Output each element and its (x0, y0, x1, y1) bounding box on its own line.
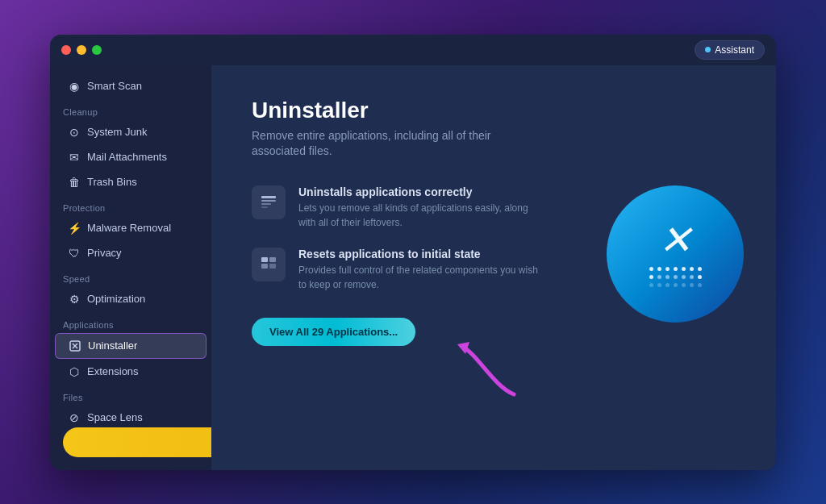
sidebar-item-label: Uninstaller (88, 339, 137, 352)
title-bar: Assistant (50, 35, 776, 65)
view-all-applications-button[interactable]: View All 29 Applications... (252, 318, 415, 346)
x-icon: ✕ (658, 220, 692, 260)
sidebar-item-extensions[interactable]: ⬡ Extensions (55, 360, 206, 384)
unlock-button-container: Unlock Full Version (63, 427, 211, 457)
malware-icon: ⚡ (68, 222, 81, 235)
svg-rect-8 (269, 257, 276, 262)
category-protection: Protection (50, 195, 211, 215)
unlock-full-version-button[interactable]: Unlock Full Version (63, 427, 211, 457)
app-icon-area: ✕ (607, 185, 744, 323)
category-cleanup: Cleanup (50, 99, 211, 119)
dots-grid (649, 267, 702, 287)
sidebar-item-mail-attachments[interactable]: ✉ Mail Attachments (55, 145, 206, 169)
app-circle: ✕ (607, 185, 744, 323)
sidebar-item-space-lens[interactable]: ⊘ Space Lens (55, 406, 206, 430)
sidebar-item-system-junk[interactable]: ⊙ System Junk (55, 120, 206, 144)
dot (649, 275, 653, 279)
sidebar-item-malware-removal[interactable]: ⚡ Malware Removal (55, 216, 206, 240)
sidebar-item-trash-bins[interactable]: 🗑 Trash Bins (55, 170, 206, 194)
dot (690, 275, 694, 279)
svg-rect-9 (261, 264, 268, 269)
sidebar-item-label: Optimization (87, 293, 145, 305)
sidebar-item-label: Extensions (87, 365, 139, 377)
dot (657, 283, 661, 287)
feature-desc: Provides full control of the related com… (298, 263, 540, 292)
mail-icon: ✉ (68, 151, 81, 164)
dot (698, 267, 702, 271)
sidebar-item-uninstaller[interactable]: Uninstaller (55, 333, 206, 359)
feature-text-resets: Resets applications to initial state Pro… (298, 248, 540, 292)
sidebar-item-label: System Junk (87, 126, 147, 138)
dot (690, 267, 694, 271)
sidebar: ◉ Smart Scan Cleanup ⊙ System Junk ✉ Mai… (50, 65, 211, 470)
extensions-icon: ⬡ (68, 365, 81, 378)
sidebar-item-privacy[interactable]: 🛡 Privacy (55, 241, 206, 265)
svg-marker-11 (457, 342, 469, 354)
trash-icon: 🗑 (68, 176, 81, 189)
dot (674, 267, 678, 271)
uninstaller-icon (69, 339, 81, 352)
feature-text-uninstalls: Uninstalls applications correctly Lets y… (298, 185, 540, 230)
dot (674, 283, 678, 287)
dot (682, 275, 686, 279)
sidebar-item-smart-scan[interactable]: ◉ Smart Scan (55, 74, 206, 98)
svg-rect-7 (261, 257, 268, 262)
app-window: Assistant ◉ Smart Scan Cleanup ⊙ System … (50, 35, 776, 470)
app-circle-inner: ✕ (649, 220, 702, 287)
sidebar-item-label: Privacy (87, 247, 122, 259)
sidebar-item-label: Mail Attachments (87, 151, 167, 163)
dot (698, 275, 702, 279)
space-lens-icon: ⊘ (68, 411, 81, 424)
category-files: Files (50, 385, 211, 405)
dot (657, 267, 661, 271)
dot (649, 283, 653, 287)
dot (682, 283, 686, 287)
assistant-label: Assistant (715, 44, 754, 56)
svg-rect-5 (261, 203, 271, 205)
system-junk-icon: ⊙ (68, 126, 81, 139)
content-area: ◉ Smart Scan Cleanup ⊙ System Junk ✉ Mai… (50, 65, 776, 470)
maximize-button[interactable] (92, 45, 102, 55)
optimization-icon: ⚙ (68, 293, 81, 306)
dot (682, 267, 686, 271)
svg-rect-3 (261, 196, 276, 198)
sidebar-item-label: Trash Bins (87, 176, 137, 188)
svg-rect-4 (261, 200, 276, 202)
uninstalls-correctly-icon (252, 185, 286, 219)
page-title: Uninstaller (252, 98, 736, 123)
traffic-lights (61, 45, 102, 55)
minimize-button[interactable] (77, 45, 86, 55)
svg-rect-6 (261, 206, 268, 208)
dot (698, 283, 702, 287)
category-speed: Speed (50, 266, 211, 286)
feature-desc: Lets you remove all kinds of application… (298, 201, 540, 230)
page-subtitle: Remove entire applications, including al… (252, 128, 526, 160)
dot (665, 283, 670, 287)
dot (665, 275, 670, 279)
feature-title: Resets applications to initial state (298, 248, 540, 260)
dot (674, 275, 678, 279)
radar-icon: ◉ (68, 80, 81, 93)
arrow-annotation (445, 338, 526, 406)
shield-icon: 🛡 (68, 247, 81, 260)
dot (657, 275, 661, 279)
sidebar-item-label: Smart Scan (87, 80, 142, 92)
sidebar-item-label: Malware Removal (87, 222, 171, 234)
sidebar-item-label: Space Lens (87, 411, 143, 423)
dot (649, 267, 653, 271)
sidebar-item-optimization[interactable]: ⚙ Optimization (55, 287, 206, 311)
category-applications: Applications (50, 312, 211, 332)
assistant-dot-icon (705, 47, 711, 52)
close-button[interactable] (61, 45, 71, 55)
svg-rect-10 (269, 264, 276, 269)
assistant-button[interactable]: Assistant (695, 40, 765, 60)
dot (665, 267, 670, 271)
feature-title: Uninstalls applications correctly (298, 185, 540, 198)
dot (690, 283, 694, 287)
resets-apps-icon (252, 248, 286, 281)
main-content: Uninstaller Remove entire applications, … (211, 65, 776, 470)
